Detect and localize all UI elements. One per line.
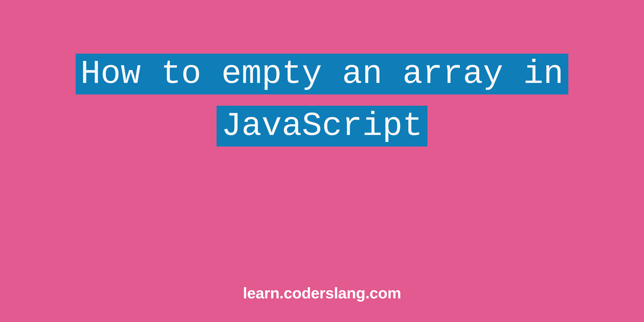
- title-line-1: How to empty an array in: [76, 54, 568, 94]
- page-title: How to empty an array in JavaScript: [76, 48, 568, 152]
- footer-domain: learn.coderslang.com: [0, 284, 644, 302]
- title-line-2: JavaScript: [217, 106, 427, 147]
